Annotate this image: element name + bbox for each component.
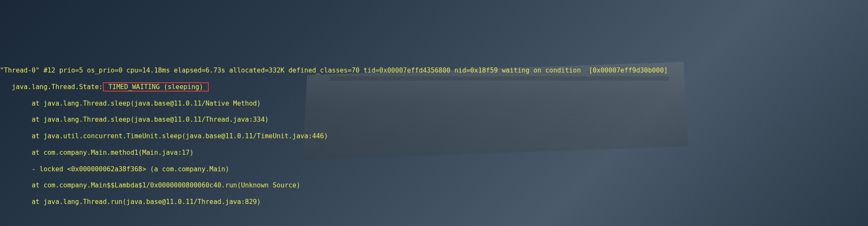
thread-state-highlight: TIMED_WAITING (sleeping) bbox=[103, 82, 209, 92]
thread-dump-output: "Thread-0" #12 prio=5 os_prio=0 cpu=14.1… bbox=[0, 58, 868, 226]
thread-header: "Thread-0" #12 prio=5 os_prio=0 cpu=14.1… bbox=[0, 67, 868, 75]
stack-frame: at com.company.Main$$Lambda$1/0x00000008… bbox=[0, 181, 868, 190]
stack-frame: at java.lang.Thread.sleep(java.base@11.0… bbox=[0, 116, 868, 124]
thread-state-prefix: java.lang.Thread.State: bbox=[0, 83, 103, 91]
stack-frame: at java.lang.Thread.sleep(java.base@11.0… bbox=[0, 100, 868, 108]
stack-frame: at com.company.Main.method1(Main.java:17… bbox=[0, 149, 868, 157]
stack-frame: - locked <0x000000062a38f368> (a com.com… bbox=[0, 165, 868, 173]
stack-frame: at java.util.concurrent.TimeUnit.sleep(j… bbox=[0, 132, 868, 140]
stack-frame: at java.lang.Thread.run(java.base@11.0.1… bbox=[0, 198, 868, 206]
thread-state-line: java.lang.Thread.State: TIMED_WAITING (s… bbox=[0, 83, 868, 91]
blank-line bbox=[0, 215, 868, 223]
